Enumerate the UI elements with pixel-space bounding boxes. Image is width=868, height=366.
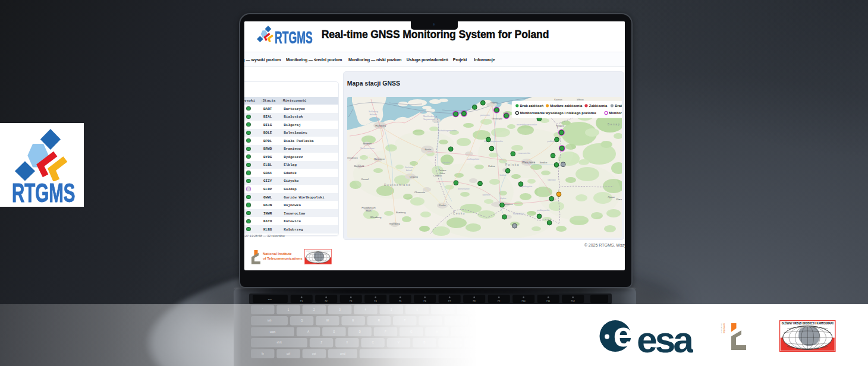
svg-text:pomorskie: pomorskie xyxy=(480,114,490,116)
svg-text:Gdynia: Gdynia xyxy=(490,101,498,104)
svg-text:warmińsko-mazurskie: warmińsko-mazurskie xyxy=(517,124,537,126)
svg-text:Луцьк: Луцьк xyxy=(608,195,615,198)
svg-text:Brak zakłóceń: Brak zakłóceń xyxy=(520,104,543,108)
svg-text:Deutschland: Deutschland xyxy=(384,183,411,187)
svg-text:F8: F8 xyxy=(473,300,476,302)
svg-text:F2: F2 xyxy=(325,300,328,302)
svg-text:National Institute: National Institute xyxy=(263,252,292,255)
svg-text:wielkopolskie: wielkopolskie xyxy=(467,158,479,160)
svg-text:Kassel: Kassel xyxy=(361,178,369,181)
svg-text:Sachsen: Sachsen xyxy=(405,166,413,169)
svg-text:Česko: Česko xyxy=(453,212,466,215)
svg-text:F7: F7 xyxy=(448,300,451,302)
svg-text:Brak danych: Brak danych xyxy=(615,104,622,108)
svg-text:Гродна: Гродна xyxy=(556,124,565,127)
svg-text:Instytut Łączności: Instytut Łączności xyxy=(723,323,725,333)
svg-text:Kalisz: Kalisz xyxy=(488,165,495,168)
svg-text:GŁÓWNY URZĄD GEODEZJI I KARTOG: GŁÓWNY URZĄD GEODEZJI I KARTOGRAFII xyxy=(306,250,331,251)
svg-text:Würzburg: Würzburg xyxy=(370,216,381,219)
svg-text:Anhalt: Anhalt xyxy=(406,169,412,172)
svg-text:podkarpackie: podkarpackie xyxy=(537,209,549,212)
svg-text:mazowieckie: mazowieckie xyxy=(518,152,530,154)
svg-text:Osnabrück: Osnabrück xyxy=(347,156,358,159)
svg-text:Bamberg: Bamberg xyxy=(396,211,405,214)
svg-text:dolnośląskie: dolnośląskie xyxy=(458,188,469,190)
svg-text:śląskie: śląskie xyxy=(499,197,506,200)
svg-text:lubelskie: lubelskie xyxy=(548,179,556,181)
svg-text:e: e xyxy=(614,319,633,354)
svg-text:F5: F5 xyxy=(399,300,401,302)
svg-text:NATIONAL INSTITUTE: NATIONAL INSTITUTE xyxy=(721,323,722,333)
svg-text:Chemnitz: Chemnitz xyxy=(414,191,425,194)
svg-text:Polska: Polska xyxy=(505,163,520,166)
svg-text:opolskie: opolskie xyxy=(482,194,490,196)
svg-text:of Telecommunications: of Telecommunications xyxy=(263,257,303,260)
svg-text:F3: F3 xyxy=(350,300,352,302)
svg-text:F12: F12 xyxy=(571,300,575,302)
svg-text:małopolskie: małopolskie xyxy=(513,213,524,215)
svg-text:Main: Main xyxy=(366,209,372,212)
svg-text:F9: F9 xyxy=(498,300,500,302)
svg-text:Góra: Góra xyxy=(439,172,445,175)
svg-text:Mecklenburg: Mecklenburg xyxy=(423,115,435,118)
svg-text:F4: F4 xyxy=(375,300,377,302)
svg-text:F11: F11 xyxy=(546,300,550,302)
svg-text:Praha: Praha xyxy=(439,204,446,207)
svg-text:Bielefeld: Bielefeld xyxy=(354,165,364,168)
svg-text:F6: F6 xyxy=(424,300,426,302)
svg-text:Рівне: Рівне xyxy=(616,198,621,201)
svg-text:Bremen: Bremen xyxy=(363,142,372,145)
svg-text:Kaunas: Kaunas xyxy=(554,98,562,101)
svg-text:Hannover: Hannover xyxy=(373,157,385,160)
svg-text:Monitorowanie wysokiego i nisk: Monitorowanie wysokiego i niskiego pozio… xyxy=(520,111,596,115)
svg-text:Grudziądz: Grudziądz xyxy=(492,117,502,120)
svg-text:Możliwe zakłócenia: Możliwe zakłócenia xyxy=(550,104,583,108)
svg-text:Nürnberg: Nürnberg xyxy=(389,222,401,225)
svg-text:Berlin: Berlin xyxy=(424,148,432,151)
svg-text:Leipzig: Leipzig xyxy=(410,175,418,178)
svg-text:Monitorowanie: Monitorowanie xyxy=(609,111,622,115)
svg-text:Siedlce: Siedlce xyxy=(539,161,548,164)
svg-text:Holstein: Holstein xyxy=(369,113,377,116)
svg-text:łódzkie: łódzkie xyxy=(499,174,506,176)
svg-text:zachodniopomorskie: zachodniopomorskie xyxy=(438,130,457,132)
svg-text:Zakłócenia: Zakłócenia xyxy=(589,104,608,108)
svg-text:lubuskie: lubuskie xyxy=(442,162,449,164)
svg-text:F1: F1 xyxy=(300,300,303,302)
svg-text:F10: F10 xyxy=(522,300,526,302)
svg-text:esa: esa xyxy=(637,319,693,354)
svg-text:Белар: Белар xyxy=(608,123,621,126)
svg-text:Vilnius: Vilnius xyxy=(577,98,584,101)
svg-text:Schleswig: Schleswig xyxy=(369,111,378,113)
svg-text:Hamburg: Hamburg xyxy=(375,124,386,127)
svg-text:Vorpommern: Vorpommern xyxy=(423,118,435,121)
svg-text:Warszawa: Warszawa xyxy=(522,161,536,164)
svg-text:Niedersachsen: Niedersachsen xyxy=(360,147,374,150)
svg-text:esc: esc xyxy=(268,298,272,301)
